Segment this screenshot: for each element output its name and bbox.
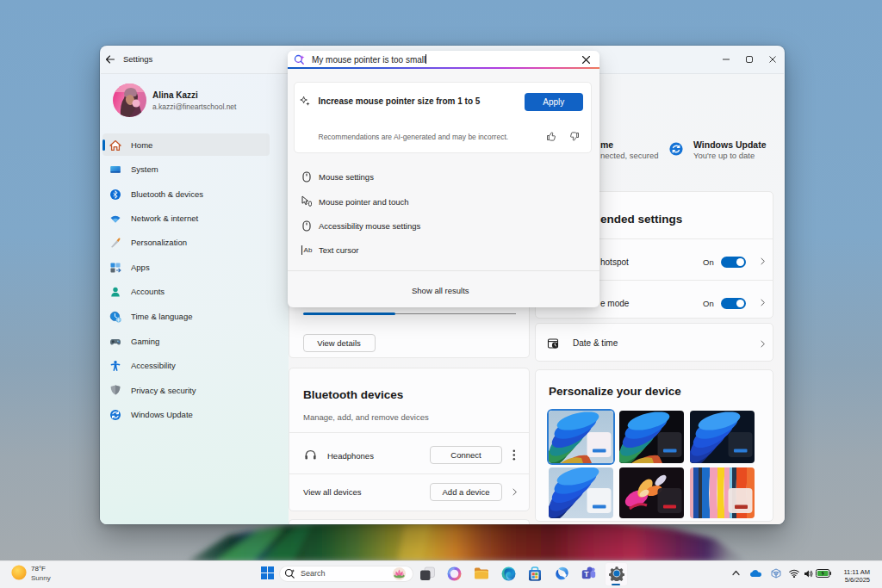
svg-text:T: T — [584, 570, 589, 579]
svg-text:Ab: Ab — [304, 246, 313, 254]
